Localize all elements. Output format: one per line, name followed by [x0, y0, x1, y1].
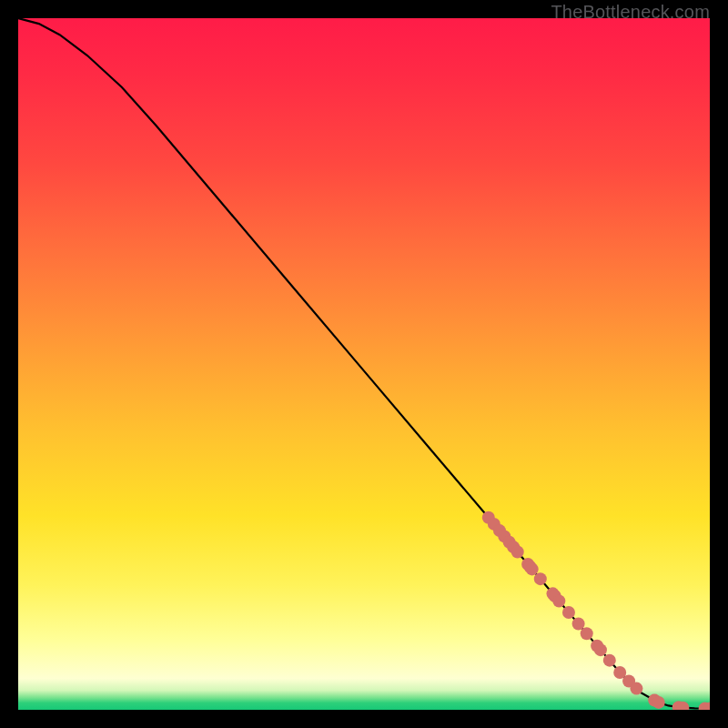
data-dot — [603, 654, 616, 667]
watermark-text: TheBottleneck.com — [551, 2, 710, 23]
data-dot — [552, 594, 565, 607]
data-dot — [572, 618, 585, 631]
data-dot — [652, 696, 665, 709]
data-dot — [581, 627, 593, 640]
data-dot — [534, 572, 547, 585]
chart-frame: TheBottleneck.com — [0, 0, 728, 728]
data-dot — [630, 682, 642, 695]
dot-layer — [18, 18, 710, 710]
data-dot — [526, 562, 539, 575]
data-dots — [482, 511, 710, 710]
data-dot — [511, 545, 524, 558]
data-dot — [594, 643, 607, 656]
plot-area — [18, 18, 710, 710]
data-dot — [562, 606, 575, 619]
